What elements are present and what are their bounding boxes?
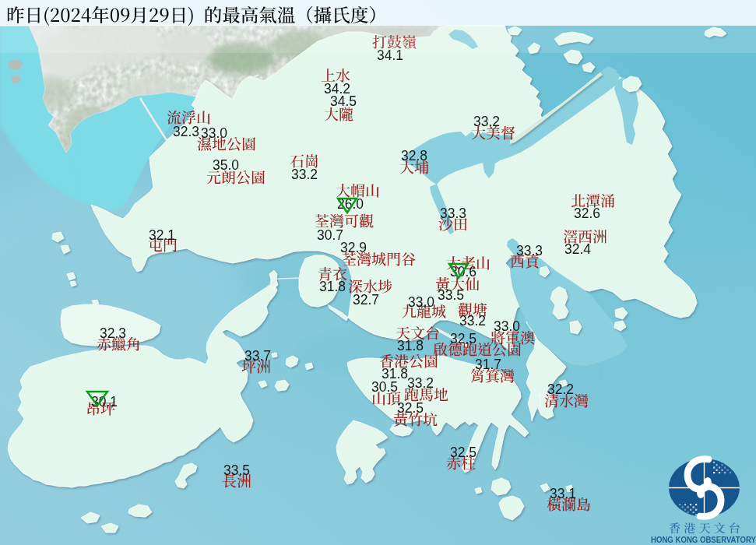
svg-text:33.0: 33.0 <box>408 294 434 310</box>
svg-text:33.3: 33.3 <box>516 243 543 258</box>
svg-text:34.5: 34.5 <box>330 93 357 109</box>
svg-text:32.3: 32.3 <box>173 124 199 139</box>
svg-text:32.4: 32.4 <box>564 241 591 257</box>
svg-text:35.0: 35.0 <box>213 157 239 173</box>
svg-text:32.6: 32.6 <box>574 206 600 221</box>
svg-text:30.7: 30.7 <box>317 227 343 243</box>
svg-text:30.5: 30.5 <box>371 379 398 395</box>
svg-text:32.5: 32.5 <box>450 331 476 346</box>
svg-text:32.5: 32.5 <box>397 400 424 416</box>
svg-text:31.7: 31.7 <box>475 357 501 372</box>
svg-text:32.3: 32.3 <box>100 325 126 341</box>
svg-text:33.0: 33.0 <box>494 318 520 334</box>
svg-text:32.8: 32.8 <box>401 148 427 164</box>
svg-text:HONG KONG OBSERVATORY: HONG KONG OBSERVATORY <box>651 535 756 544</box>
svg-text:33.5: 33.5 <box>223 462 250 478</box>
svg-text:31.8: 31.8 <box>319 279 346 294</box>
svg-text:32.5: 32.5 <box>450 445 476 460</box>
svg-text:33.7: 33.7 <box>244 348 271 364</box>
svg-text:33.2: 33.2 <box>459 313 486 329</box>
svg-text:31.8: 31.8 <box>397 338 424 353</box>
svg-text:32.1: 32.1 <box>149 227 175 243</box>
svg-text:33.2: 33.2 <box>407 375 434 391</box>
svg-text:32.2: 32.2 <box>547 382 574 397</box>
svg-text:33.2: 33.2 <box>473 114 500 129</box>
svg-text:33.0: 33.0 <box>201 125 227 141</box>
svg-text:33.1: 33.1 <box>550 486 576 501</box>
svg-text:33.3: 33.3 <box>440 206 466 221</box>
svg-text:32.7: 32.7 <box>353 292 379 308</box>
svg-text:33.5: 33.5 <box>438 287 464 303</box>
svg-text:33.2: 33.2 <box>291 167 318 182</box>
svg-text:32.9: 32.9 <box>340 240 367 255</box>
